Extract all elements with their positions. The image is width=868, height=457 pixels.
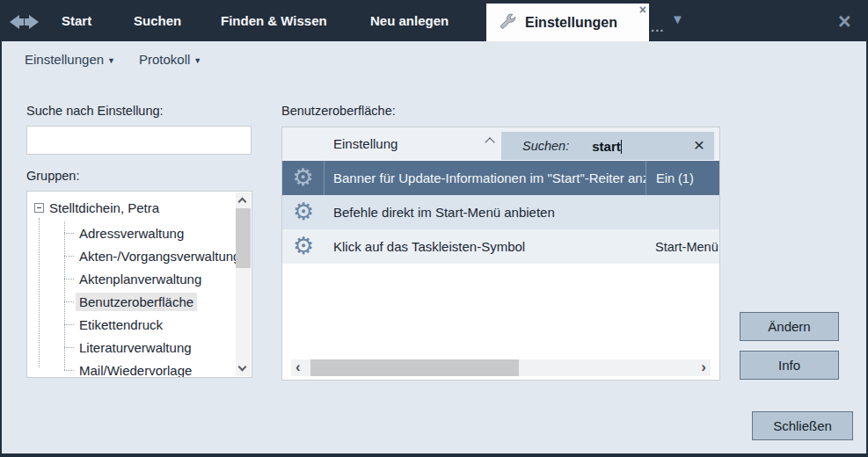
tree-item-label: Literaturverwaltung <box>76 338 195 357</box>
table-row[interactable]: ⚙ Banner für Update-Informationen im "St… <box>282 161 719 195</box>
table-search-label: Suchen: <box>522 139 569 153</box>
tree-item-label: Etikettendruck <box>76 316 166 334</box>
schliessen-button[interactable]: Schließen <box>752 411 853 440</box>
nav-arrows <box>10 15 39 29</box>
tree-item-literaturverwaltung[interactable]: Literaturverwaltung <box>76 336 195 359</box>
back-arrow-icon[interactable] <box>10 15 19 29</box>
tab-close-icon[interactable]: × <box>639 4 646 16</box>
table-search-text: start <box>592 139 621 154</box>
collapse-expander-icon[interactable] <box>34 203 44 213</box>
tree-item-akten-vorgangsverwaltung[interactable]: Akten-/Vorgangsverwaltung <box>76 244 244 267</box>
wrench-icon <box>498 13 517 33</box>
tree-guide-line <box>39 218 40 367</box>
tree-item-mail-wiedervorlage[interactable]: Mail/Wiedervorlage <box>76 359 195 378</box>
search-setting-label: Suche nach Einstellung: <box>26 104 164 118</box>
setting-value <box>646 195 719 229</box>
aendern-button[interactable]: Ändern <box>740 312 839 341</box>
scrollbar-thumb[interactable] <box>310 359 519 376</box>
setting-name: Banner für Update-Informationen im "Star… <box>325 161 646 195</box>
search-setting-input[interactable] <box>26 126 252 155</box>
tree-root-label: Stelltdichein, Petra <box>49 200 159 215</box>
settings-panel-label: Benutzeroberfläche: <box>281 104 396 118</box>
tab-dropdown-icon[interactable]: ▼ <box>671 11 684 26</box>
tree-vertical-scrollbar[interactable] <box>236 192 251 376</box>
clear-search-icon[interactable]: × <box>694 134 704 156</box>
table-row[interactable]: ⚙ Befehle direkt im Start-Menü anbieten <box>282 195 719 229</box>
content-area: Einstellungen ▼ Protokoll ▼ Suche nach E… <box>2 41 866 453</box>
groups-tree: Stelltdichein, Petra Adressverwaltung Ak… <box>26 191 252 378</box>
groups-label: Gruppen: <box>26 169 79 183</box>
tab-overflow-dots: ... <box>651 19 665 34</box>
titlebar: Start Suchen Finden & Wissen Neu anlegen… <box>0 0 868 41</box>
scroll-down-icon[interactable] <box>238 363 247 372</box>
scroll-right-icon[interactable]: › <box>701 359 706 375</box>
chevron-down-icon: ▼ <box>107 54 115 65</box>
tree-item-etikettendruck[interactable]: Etikettendruck <box>76 313 166 336</box>
tab-neu-anlegen[interactable]: Neu anlegen <box>370 0 449 41</box>
settings-table: Einstellung Suchen: start × ⚙ Banner für… <box>281 127 720 381</box>
table-row[interactable]: ⚙ Klick auf das Taskleisten-Symbol Start… <box>282 229 719 264</box>
settings-window: Start Suchen Finden & Wissen Neu anlegen… <box>0 0 868 457</box>
tree-root-item[interactable]: Stelltdichein, Petra <box>34 200 159 215</box>
tree-item-label: Mail/Wiedervorlage <box>76 361 195 379</box>
menu-einstellungen[interactable]: Einstellungen ▼ <box>25 52 115 67</box>
chevron-down-icon: ▼ <box>193 54 201 65</box>
sort-ascending-icon[interactable] <box>485 137 494 147</box>
scroll-left-icon[interactable]: ‹ <box>295 359 301 375</box>
tab-einstellungen-active[interactable]: Einstellungen × <box>486 4 649 41</box>
tree-item-label: Aktenplanverwaltung <box>76 270 205 288</box>
tab-suchen[interactable]: Suchen <box>134 0 181 41</box>
scrollbar-thumb[interactable] <box>236 208 251 268</box>
tree-item-label: Benutzeroberfläche <box>76 293 197 311</box>
tree-item-benutzeroberflaeche[interactable]: Benutzeroberfläche <box>76 290 197 313</box>
scroll-up-icon[interactable] <box>238 198 247 207</box>
setting-name: Befehle direkt im Start-Menü anbieten <box>325 195 646 229</box>
table-header[interactable]: Einstellung Suchen: start × <box>282 127 719 161</box>
gear-icon: ⚙ <box>293 235 314 258</box>
setting-value: Start-Menü <box>646 229 719 264</box>
table-search-value[interactable]: start <box>592 139 622 154</box>
tree-item-label: Akten-/Vorgangsverwaltung <box>76 247 244 265</box>
info-button[interactable]: Info <box>740 351 839 380</box>
setting-value: Ein (1) <box>646 161 719 195</box>
forward-arrow-icon[interactable] <box>29 15 39 29</box>
tree-item-label: Adressverwaltung <box>76 224 187 243</box>
gear-icon: ⚙ <box>292 166 313 190</box>
table-horizontal-scrollbar[interactable]: ‹ › <box>291 359 711 376</box>
window-close-icon[interactable]: × <box>838 9 851 34</box>
setting-name: Klick auf das Taskleisten-Symbol <box>325 229 646 264</box>
tree-item-aktenplanverwaltung[interactable]: Aktenplanverwaltung <box>76 267 205 290</box>
column-header-einstellung[interactable]: Einstellung <box>333 136 398 151</box>
menubar: Einstellungen ▼ Protokoll ▼ <box>25 52 201 67</box>
active-tab-label: Einstellungen <box>525 15 617 31</box>
gear-icon: ⚙ <box>293 200 314 224</box>
menu-einstellungen-label: Einstellungen <box>25 52 104 67</box>
text-cursor <box>621 140 622 154</box>
tree-item-adressverwaltung[interactable]: Adressverwaltung <box>76 221 187 244</box>
tab-start[interactable]: Start <box>62 0 91 41</box>
menu-protokoll[interactable]: Protokoll ▼ <box>139 52 201 67</box>
table-search-box[interactable]: Suchen: start × <box>501 132 714 160</box>
tab-finden-wissen[interactable]: Finden & Wissen <box>221 0 327 41</box>
menu-protokoll-label: Protokoll <box>139 52 190 67</box>
